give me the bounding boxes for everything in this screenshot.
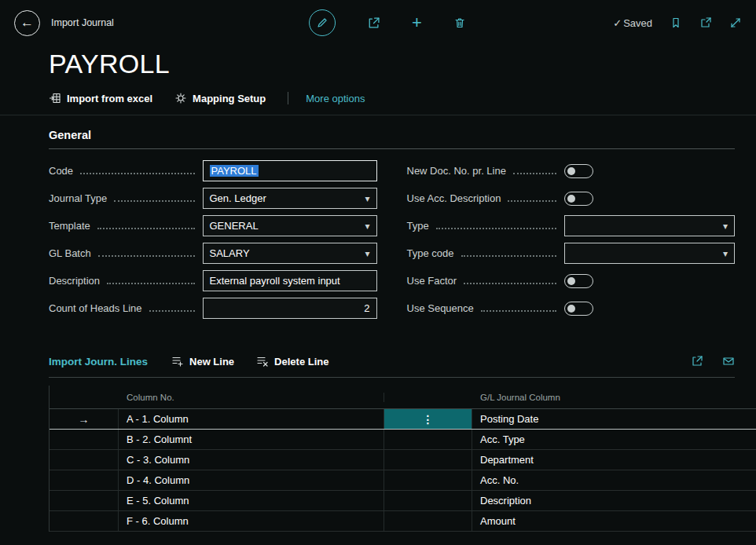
column-no-cell[interactable]: E - 5. Column — [119, 491, 384, 510]
gl-column-cell[interactable]: Description — [472, 491, 756, 510]
toggle-knob — [567, 167, 575, 175]
table-row[interactable]: E - 5. Column Description — [50, 491, 756, 511]
dot-leader — [436, 228, 556, 229]
table-row[interactable]: C - 3. Column Department — [50, 450, 756, 470]
bookmark-button[interactable] — [670, 16, 682, 29]
general-right-column: New Doc. No. pr. Line Use Acc. Descripti… — [407, 157, 736, 322]
use-sequence-toggle[interactable] — [564, 302, 593, 316]
description-input[interactable]: External payroll system input — [203, 270, 377, 291]
gl-journal-column-header[interactable]: G/L Journal Column — [472, 393, 756, 402]
column-no-cell[interactable]: F - 6. Column — [119, 511, 384, 531]
field-description: Description External payroll system inpu… — [49, 267, 377, 294]
new-doc-no-toggle[interactable] — [564, 164, 593, 178]
column-no-cell[interactable]: D - 4. Column — [119, 470, 384, 490]
mapping-setup-action[interactable]: Mapping Setup — [174, 92, 266, 104]
toggle-knob — [567, 277, 575, 285]
delete-line-label: Delete Line — [274, 356, 328, 368]
row-selector-cell[interactable] — [50, 430, 119, 449]
field-use-acc-description: Use Acc. Description — [407, 185, 736, 212]
count-of-heads-input[interactable]: 2 — [203, 298, 377, 319]
actionbar-rule — [0, 115, 756, 115]
gl-column-cell[interactable]: Acc. No. — [472, 470, 756, 490]
table-row[interactable]: D - 4. Column Acc. No. — [50, 470, 756, 491]
email-lines-button[interactable] — [722, 355, 735, 368]
cell-context-menu-button[interactable]: ⋮ — [384, 409, 472, 429]
chevron-down-icon: ▾ — [365, 249, 369, 258]
share-button[interactable] — [367, 16, 380, 30]
lines-section-heading[interactable]: Import Journ. Lines — [49, 356, 148, 368]
column-no-header[interactable]: Column No. — [119, 393, 384, 402]
plus-icon: + — [412, 14, 422, 31]
dot-leader — [513, 173, 556, 174]
toggle-knob — [567, 195, 575, 203]
saved-label: Saved — [623, 17, 652, 29]
gl-batch-label: GL Batch — [49, 247, 91, 259]
spacer-cell — [384, 511, 472, 531]
chevron-down-icon: ▾ — [723, 221, 728, 231]
field-type: Type ▾ — [407, 212, 736, 240]
code-label: Code — [49, 165, 73, 177]
use-acc-description-toggle[interactable] — [564, 192, 593, 206]
column-no-cell[interactable]: B - 2. Columnt — [119, 430, 384, 449]
delete-button[interactable] — [453, 16, 466, 29]
share-icon — [367, 16, 380, 30]
column-no-cell[interactable]: C - 3. Column — [119, 450, 384, 470]
expand-button[interactable] — [729, 16, 742, 29]
share-lines-button[interactable] — [691, 355, 703, 368]
gl-batch-select[interactable]: SALARY ▾ — [203, 243, 377, 264]
import-from-excel-action[interactable]: Import from excel — [49, 92, 152, 104]
current-row-indicator: → — [79, 413, 90, 426]
expand-icon — [729, 16, 742, 29]
type-label: Type — [407, 220, 429, 232]
mapping-setup-label: Mapping Setup — [193, 93, 266, 104]
gl-column-cell[interactable]: Acc. Type — [472, 430, 756, 449]
journal-type-select[interactable]: Gen. Ledger ▾ — [203, 188, 377, 209]
general-fields: Code PAYROLL Journal Type Gen. Ledger ▾ … — [49, 157, 735, 322]
more-options-action[interactable]: More options — [306, 93, 365, 104]
row-selector-cell[interactable] — [50, 491, 119, 510]
trash-icon — [453, 16, 466, 29]
edit-button[interactable] — [309, 9, 336, 36]
row-selector-cell[interactable] — [50, 470, 119, 490]
count-of-heads-label: Count of Heads Line — [49, 302, 142, 314]
general-left-column: Code PAYROLL Journal Type Gen. Ledger ▾ … — [49, 157, 377, 322]
column-no-cell[interactable]: A - 1. Column — [119, 409, 384, 429]
dot-leader — [481, 310, 556, 312]
lines-header-icons — [691, 355, 735, 368]
dot-leader — [98, 255, 195, 257]
dot-leader — [97, 228, 195, 229]
row-selector-cell[interactable] — [50, 450, 119, 470]
gl-column-cell[interactable]: Posting Date — [472, 409, 756, 429]
gl-column-cell[interactable]: Amount — [472, 511, 756, 531]
table-header-row: Column No. G/L Journal Column — [50, 386, 756, 409]
bookmark-icon — [670, 16, 682, 29]
toggle-knob — [567, 305, 575, 313]
table-row[interactable]: B - 2. Columnt Acc. Type — [50, 430, 756, 450]
template-select[interactable]: GENERAL ▾ — [203, 215, 377, 236]
new-button[interactable]: + — [412, 14, 422, 31]
gl-column-cell[interactable]: Department — [472, 450, 756, 470]
check-icon: ✓ — [613, 17, 622, 29]
pencil-icon — [316, 16, 328, 29]
excel-import-icon — [49, 92, 61, 104]
code-input[interactable]: PAYROLL — [203, 160, 377, 181]
type-select[interactable]: ▾ — [564, 215, 735, 236]
table-row[interactable]: → A - 1. Column ⋮ Posting Date — [50, 409, 756, 430]
delete-line-action[interactable]: Delete Line — [256, 355, 328, 368]
dot-leader — [508, 200, 556, 202]
use-acc-description-label: Use Acc. Description — [407, 192, 501, 204]
open-in-window-button[interactable] — [699, 16, 712, 29]
back-button[interactable]: ← — [14, 10, 40, 36]
field-journal-type: Journal Type Gen. Ledger ▾ — [49, 185, 377, 212]
top-bar: ← Import Journal + — [0, 0, 756, 46]
chevron-down-icon: ▾ — [365, 194, 369, 203]
type-code-select[interactable]: ▾ — [564, 243, 735, 264]
use-factor-toggle[interactable] — [564, 274, 593, 288]
new-line-action[interactable]: New Line — [171, 355, 234, 368]
table-row[interactable]: F - 6. Column Amount — [50, 511, 756, 532]
field-count-of-heads: Count of Heads Line 2 — [49, 294, 377, 322]
action-divider — [288, 92, 288, 104]
journal-type-label: Journal Type — [49, 192, 107, 204]
row-selector-cell[interactable] — [50, 511, 119, 531]
row-selector-cell[interactable]: → — [50, 409, 119, 429]
